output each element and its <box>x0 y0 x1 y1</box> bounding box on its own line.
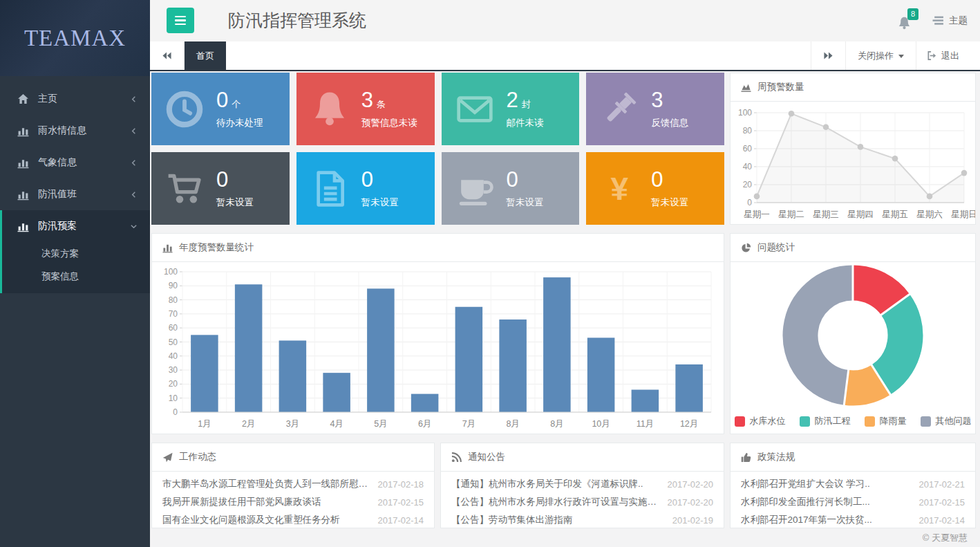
sign-out-icon <box>927 50 937 61</box>
list-item[interactable]: 国有企业文化问题根源及文化重塑任务分析2017-02-14 <box>152 511 434 529</box>
stat-card-mail[interactable]: 2封 邮件未读 <box>442 73 580 145</box>
sidebar-item-flood-plans[interactable]: 防汛预案 <box>2 210 150 242</box>
panel-title: 通知公告 <box>468 451 505 463</box>
svg-text:2月: 2月 <box>242 419 255 429</box>
panel-title: 政策法规 <box>757 451 795 463</box>
stat-unit: 条 <box>377 99 386 109</box>
gavel-icon <box>600 90 639 129</box>
news-list: 市大鹏半岛水源工程管理处负责人到一线部所慰问新春2017-02-18我局开展新提… <box>152 472 434 529</box>
svg-text:60: 60 <box>743 144 753 154</box>
list-item-date: 2017-02-14 <box>378 515 424 526</box>
stat-card-unset-3[interactable]: 0 暂未设置 <box>442 152 580 225</box>
svg-text:星期六: 星期六 <box>916 210 943 219</box>
weekly-line-chart: 020406080100星期一星期二星期三星期四星期五星期六星期日 <box>731 102 975 223</box>
svg-text:40: 40 <box>743 162 753 171</box>
svg-text:70: 70 <box>169 309 178 319</box>
sidebar-item-label: 防汛值班 <box>38 188 77 201</box>
legend-swatch <box>865 416 875 427</box>
legend-swatch <box>735 416 745 427</box>
news-list: 水利部召开党组扩大会议 学习..2017-02-21水利部印发全面推行河长制工.… <box>731 472 975 529</box>
legend-swatch <box>800 416 810 427</box>
legend-item[interactable]: 其他问题 <box>921 415 972 427</box>
list-item[interactable]: 【公告】劳动节集体出游指南201-02-19 <box>441 511 724 529</box>
bar-chart-icon <box>162 243 173 253</box>
close-operations-dropdown[interactable]: 关闭操作 <box>845 41 916 70</box>
svg-text:4月: 4月 <box>330 419 343 429</box>
notifications-button[interactable]: 8 <box>897 16 912 30</box>
footer: © 天夏智慧 <box>150 529 980 547</box>
svg-text:40: 40 <box>169 351 178 361</box>
sidebar-item-label: 防汛预案 <box>38 220 77 232</box>
sidebar-item-home[interactable]: 主页 <box>0 83 150 115</box>
bar-chart-icon <box>17 189 29 201</box>
sidebar-item-label: 雨水情信息 <box>38 124 86 137</box>
svg-text:80: 80 <box>743 126 753 136</box>
sidebar-item-weather[interactable]: 气象信息 <box>0 147 150 178</box>
legend-swatch <box>921 416 931 427</box>
theme-button[interactable]: 主题 <box>932 15 968 27</box>
tabs-scroll-right-button[interactable] <box>811 41 845 70</box>
work-news-panel: 工作动态 市大鹏半岛水源工程管理处负责人到一线部所慰问新春2017-02-18我… <box>151 443 435 528</box>
list-item[interactable]: 水利部印发全面推行河长制工...2017-02-15 <box>731 493 975 511</box>
stat-value: 0 <box>651 167 663 192</box>
list-item-title: 市大鹏半岛水源工程管理处负责人到一线部所慰问新春 <box>162 478 370 490</box>
stat-card-unset-2[interactable]: 0 暂未设置 <box>296 152 435 225</box>
tab-home[interactable]: 首页 <box>185 41 226 70</box>
caret-down-icon <box>898 55 904 58</box>
list-item[interactable]: 【通知】杭州市水务局关于印发《河道标识牌..2017-02-20 <box>441 475 724 493</box>
legend-item[interactable]: 水库水位 <box>735 415 786 427</box>
stat-card-unset-1[interactable]: 0 暂未设置 <box>151 152 290 225</box>
stat-card-unset-4[interactable]: ¥ 0 暂未设置 <box>586 152 724 225</box>
chevron-down-icon <box>130 223 138 230</box>
legend-item[interactable]: 防汛工程 <box>800 415 851 427</box>
svg-text:8月: 8月 <box>550 419 563 429</box>
list-item[interactable]: 水利部召开党组扩大会议 学习..2017-02-21 <box>731 475 975 493</box>
svg-text:星期日: 星期日 <box>951 210 975 219</box>
legend-label: 降雨量 <box>880 415 907 427</box>
svg-text:5月: 5月 <box>374 419 387 429</box>
sidebar-subitem-decision[interactable]: 决策方案 <box>2 242 150 265</box>
legend-label: 其他问题 <box>936 415 972 427</box>
stat-card-feedback[interactable]: 3 反馈信息 <box>586 73 724 145</box>
bar-chart-icon <box>17 157 29 169</box>
list-item-date: 2017-02-14 <box>919 515 965 526</box>
exit-button[interactable]: 退出 <box>916 41 980 70</box>
panel-header: 政策法规 <box>731 443 975 472</box>
svg-text:星期三: 星期三 <box>813 210 839 219</box>
stat-label: 暂未设置 <box>216 196 254 209</box>
sidebar-item-duty[interactable]: 防汛值班 <box>0 178 150 210</box>
stat-value: 0 <box>507 167 518 192</box>
sidebar-menu: 主页 雨水情信息 气象信息 <box>0 76 150 293</box>
list-item-title: 水利部印发全面推行河长制工... <box>741 496 911 508</box>
coffee-icon <box>455 169 494 208</box>
panel-header: 周预警数量 <box>731 73 975 102</box>
menu-toggle-button[interactable] <box>167 8 194 33</box>
sidebar-item-rainwater[interactable]: 雨水情信息 <box>0 115 150 147</box>
list-item-title: 【公告】杭州市水务局排水行政许可设置与实施优.. <box>451 496 659 508</box>
stat-card-todo[interactable]: 0个 待办未处理 <box>151 73 290 145</box>
sidebar-subitem-plan-info[interactable]: 预案信息 <box>2 265 150 288</box>
bar-chart-icon <box>17 125 29 137</box>
list-item[interactable]: 【公告】杭州市水务局排水行政许可设置与实施优..2017-02-20 <box>441 493 724 511</box>
list-item[interactable]: 我局开展新提拔任用干部党风廉政谈话2017-02-15 <box>152 493 434 511</box>
svg-text:8月: 8月 <box>506 419 519 429</box>
legend-label: 水库水位 <box>750 415 786 427</box>
notices-panel: 通知公告 【通知】杭州市水务局关于印发《河道标识牌..2017-02-20【公告… <box>440 443 724 528</box>
policies-panel: 政策法规 水利部召开党组扩大会议 学习..2017-02-21水利部印发全面推行… <box>730 443 976 528</box>
issue-stats-panel: 问题统计 水库水位防汛工程降雨量其他问题 <box>730 233 976 434</box>
svg-text:20: 20 <box>743 180 753 189</box>
stat-label: 暂未设置 <box>651 196 688 209</box>
stat-label: 邮件未读 <box>507 117 544 129</box>
svg-text:80: 80 <box>169 295 178 305</box>
panel-title: 年度预警数量统计 <box>179 241 254 254</box>
list-item[interactable]: 水利部召开2017年第一次扶贫...2017-02-14 <box>731 511 975 529</box>
svg-text:11月: 11月 <box>637 419 654 429</box>
sidebar-item-label: 主页 <box>38 93 57 105</box>
list-item[interactable]: 市大鹏半岛水源工程管理处负责人到一线部所慰问新春2017-02-18 <box>152 475 434 493</box>
tabs-scroll-left-button[interactable] <box>150 41 185 70</box>
list-item-date: 2017-02-15 <box>378 497 424 508</box>
svg-text:7月: 7月 <box>462 419 475 429</box>
svg-text:30: 30 <box>169 365 178 375</box>
stat-card-warnings[interactable]: 3条 预警信息未读 <box>296 73 435 145</box>
legend-item[interactable]: 降雨量 <box>865 415 907 427</box>
